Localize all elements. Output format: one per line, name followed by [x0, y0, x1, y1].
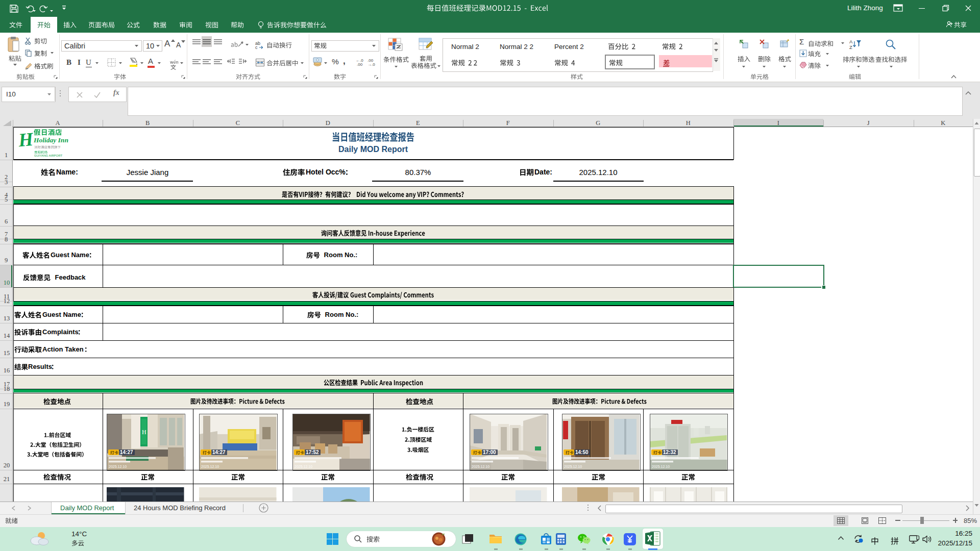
svg-text:→.0: →.0: [368, 62, 375, 66]
svg-text:c: c: [255, 45, 258, 49]
svg-text:A: A: [849, 39, 853, 44]
svg-text:.00: .00: [357, 62, 363, 66]
svg-text:Z: Z: [849, 44, 852, 50]
